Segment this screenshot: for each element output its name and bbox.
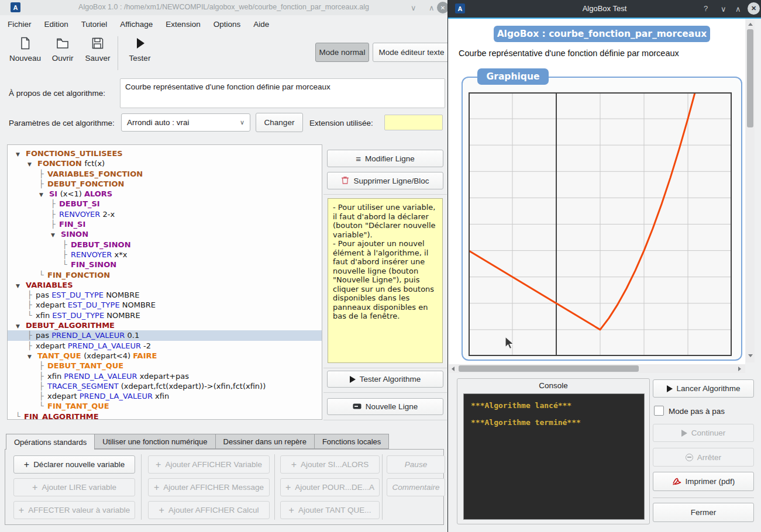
tree-row[interactable]: ├xdepart EST_DU_TYPE NOMBRE (8, 300, 322, 310)
scroll-left-icon[interactable] (452, 367, 454, 371)
ajouter-lire-variable-button[interactable]: +Ajouter LIRE variable (13, 478, 135, 496)
help-icon[interactable]: ? (704, 4, 708, 13)
ajouter-pour-de-a-button[interactable]: +Ajouter POUR...DE...A (280, 478, 380, 496)
ajouter-afficher-variable-button[interactable]: +Ajouter AFFICHER Variable (148, 455, 270, 474)
tree-row[interactable]: ▼TANT_QUE (xdepart<4) FAIRE (8, 351, 322, 361)
close-icon[interactable]: ✕ (437, 2, 447, 13)
horizontal-scrollbar[interactable] (449, 364, 745, 373)
tree-row[interactable]: └FIN_ALGORITHME (8, 412, 322, 420)
declarer-nouvelle-variable-button[interactable]: +Déclarer nouvelle variable (13, 455, 135, 474)
tree-row[interactable]: └FIN_TANT_QUE (8, 401, 322, 411)
tree-row[interactable]: ├xdepart PREND_LA_VALEUR -2 (8, 341, 322, 351)
mode-pas-a-pas-label: Mode pas à pas (669, 407, 725, 416)
expander-icon[interactable]: ▼ (51, 230, 61, 240)
arreter-button[interactable]: Arrêter (653, 448, 754, 467)
expander-icon[interactable]: ▼ (39, 190, 49, 200)
scroll-right-icon[interactable] (738, 367, 741, 371)
expander-icon[interactable]: ▼ (27, 352, 37, 362)
tree-row[interactable]: ├TRACER_SEGMENT (xdepart,fct(xdepart))->… (8, 381, 322, 391)
vertical-scrollbar[interactable] (746, 20, 755, 362)
tree-row[interactable]: ▼FONCTIONS_UTILISEES (8, 148, 322, 158)
menu-item-affichage[interactable]: Affichage (113, 15, 159, 34)
menu-item-aide[interactable]: Aide (247, 15, 276, 34)
tree-connector: ├ (27, 300, 36, 310)
imprimer-pdf-button[interactable]: Imprimer (pdf) (653, 472, 754, 491)
expander-icon[interactable]: ▼ (16, 322, 26, 331)
tab-utiliser-une-fonction-numerique[interactable]: Utiliser une fonction numérique (95, 434, 215, 449)
mode-normal-button[interactable]: Mode normal (315, 43, 369, 62)
ajouter-si-alors-button[interactable]: +Ajouter SI...ALORS (280, 455, 380, 474)
menu-item-options[interactable]: Options (207, 15, 247, 34)
tree-connector: ├ (39, 391, 47, 401)
minimize-icon[interactable]: ∨ (721, 5, 726, 13)
tree-row[interactable]: ├pas EST_DU_TYPE NOMBRE (8, 290, 322, 300)
tree-row[interactable]: ├xdepart PREND_LA_VALEUR xfin (8, 391, 322, 401)
params-combobox[interactable]: Arrondi auto : vrai ∨ (121, 113, 250, 132)
tree-row[interactable]: ▼SINON (8, 229, 322, 239)
supprimer-ligne-button[interactable]: Supprimer Ligne/Bloc (327, 172, 443, 189)
affecter-valeur-a-variable-button[interactable]: +AFFECTER valeur à variable (13, 501, 135, 519)
maximize-icon[interactable]: ∧ (429, 4, 435, 12)
minimize-icon[interactable]: ∨ (411, 4, 416, 12)
tree-token: (x<1) (60, 189, 84, 198)
menu-item-extension[interactable]: Extension (159, 15, 206, 34)
menu-item-fichier[interactable]: Fichier (1, 15, 38, 34)
tab-operations-standards[interactable]: Opérations standards (6, 434, 95, 450)
menu-item-tutoriel[interactable]: Tutoriel (75, 15, 114, 34)
test-titlebar[interactable]: A AlgoBox Test ? ∨ ∧ ✕ (448, 0, 761, 18)
scroll-up-icon[interactable] (748, 23, 753, 26)
nouveau-button[interactable]: Nouveau (8, 36, 42, 63)
tree-row[interactable]: ▼DEBUT_ALGORITHME (8, 320, 322, 330)
tree-row[interactable]: ├VARIABLES_FONCTION (8, 169, 322, 179)
tester-algorithme-button[interactable]: Tester Algorithme (327, 371, 443, 388)
extension-input[interactable] (384, 115, 443, 130)
tester-button[interactable]: Tester (124, 36, 156, 63)
tree-row[interactable]: └xfin EST_DU_TYPE NOMBRE (8, 310, 322, 320)
ouvrir-button[interactable]: Ouvrir (46, 36, 79, 63)
tree-token: FAIRE (133, 351, 157, 360)
expander-icon[interactable]: ▼ (27, 160, 37, 170)
tree-row[interactable]: ├xfin PREND_LA_VALEUR xdepart+pas (8, 371, 322, 381)
tree-row[interactable]: ├DEBUT_TANT_QUE (8, 361, 322, 371)
ajouter-afficher-message-button[interactable]: +Ajouter AFFICHER Message (148, 478, 270, 496)
tab-fonctions-locales[interactable]: Fonctions locales (315, 434, 389, 449)
modifier-ligne-button[interactable]: ≡ Modifier Ligne (327, 150, 443, 167)
nouvelle-ligne-button[interactable]: Nouvelle Ligne (327, 398, 443, 415)
ajouter-afficher-calcul-button[interactable]: +Ajouter AFFICHER Calcul (148, 501, 270, 519)
separator (323, 392, 447, 393)
tree-row[interactable]: ▼VARIABLES (8, 280, 322, 290)
tree-row[interactable]: └FIN_SINON (8, 260, 322, 270)
ajouter-tant-que-button[interactable]: +Ajouter TANT QUE... (280, 501, 380, 519)
maximize-icon[interactable]: ∧ (735, 5, 741, 13)
tree-row[interactable]: ├pas PREND_LA_VALEUR 0.1 (8, 330, 322, 340)
scroll-down-icon[interactable] (748, 354, 753, 357)
mode-editeur-button[interactable]: Mode éditeur texte (373, 43, 447, 62)
tree-row[interactable]: ▼SI (x<1) ALORS (8, 189, 322, 199)
algorithm-tree[interactable]: ▼FONCTIONS_UTILISEES▼FONCTION fct(x)├VAR… (7, 144, 322, 420)
tree-row[interactable]: ├RENVOYER x*x (8, 250, 322, 260)
tree-row[interactable]: └FIN_FONCTION (8, 270, 322, 280)
continuer-button[interactable]: Continuer (653, 424, 754, 442)
horizontal-scrollbar-thumb[interactable] (459, 365, 639, 372)
commentaire-button[interactable]: Commentaire (387, 478, 445, 496)
tab-dessiner-dans-un-repere[interactable]: Dessiner dans un repère (216, 434, 315, 449)
tree-row[interactable]: ├DEBUT_SI (8, 199, 322, 209)
main-titlebar[interactable]: A AlgoBox 1.0 : /home/xm1/NEWCOMPIL/algo… (0, 0, 447, 15)
fermer-button[interactable]: Fermer (653, 503, 754, 522)
expander-icon[interactable]: ▼ (16, 281, 26, 291)
about-textarea[interactable]: Courbe représentative d'une fonction déf… (120, 78, 445, 108)
tree-row[interactable]: ▼FONCTION fct(x) (8, 158, 322, 168)
close-icon[interactable]: ✕ (748, 2, 760, 15)
tree-row[interactable]: ├DEBUT_SINON (8, 240, 322, 250)
mode-pas-a-pas-checkbox[interactable] (654, 406, 664, 416)
menu-item-edition[interactable]: Edition (38, 15, 75, 34)
pause-button[interactable]: Pause (387, 455, 445, 474)
expander-icon[interactable]: ▼ (16, 150, 26, 160)
tree-row[interactable]: ├FIN_SI (8, 219, 322, 229)
sauver-button[interactable]: Sauver (81, 36, 114, 63)
changer-button[interactable]: Changer (256, 113, 303, 132)
vertical-scrollbar-thumb[interactable] (747, 29, 753, 127)
lancer-algorithme-button[interactable]: Lancer Algorithme (653, 379, 754, 398)
tree-row[interactable]: ├DEBUT_FONCTION (8, 179, 322, 189)
tree-row[interactable]: ├RENVOYER 2-x (8, 209, 322, 219)
